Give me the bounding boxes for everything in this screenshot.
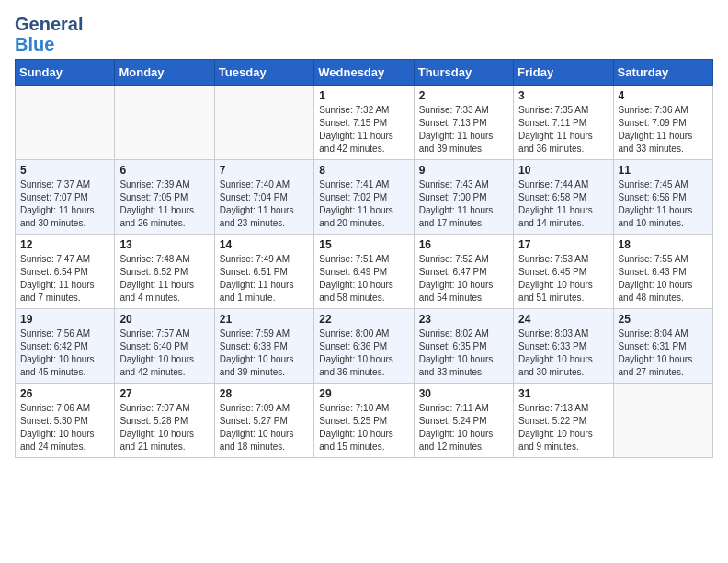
day-number: 10 (518, 164, 608, 177)
day-number: 16 (419, 238, 508, 251)
day-info: Sunrise: 7:11 AM Sunset: 5:24 PM Dayligh… (419, 402, 508, 454)
calendar-cell: 4Sunrise: 7:36 AM Sunset: 7:09 PM Daylig… (613, 86, 712, 160)
day-info: Sunrise: 7:57 AM Sunset: 6:40 PM Dayligh… (119, 327, 209, 379)
day-info: Sunrise: 7:59 AM Sunset: 6:38 PM Dayligh… (220, 327, 309, 379)
calendar-week-row: 5Sunrise: 7:37 AM Sunset: 7:07 PM Daylig… (16, 160, 713, 235)
day-number: 31 (518, 387, 608, 400)
page-header: General Blue (15, 15, 713, 48)
day-info: Sunrise: 7:53 AM Sunset: 6:45 PM Dayligh… (518, 253, 608, 304)
calendar-week-row: 26Sunrise: 7:06 AM Sunset: 5:30 PM Dayli… (16, 384, 713, 458)
calendar-cell: 17Sunrise: 7:53 AM Sunset: 6:45 PM Dayli… (514, 235, 613, 309)
day-number: 18 (619, 238, 708, 251)
weekday-header-sunday: Sunday (16, 60, 115, 86)
day-number: 8 (319, 164, 408, 177)
calendar-cell: 3Sunrise: 7:35 AM Sunset: 7:11 PM Daylig… (514, 86, 613, 160)
calendar-week-row: 12Sunrise: 7:47 AM Sunset: 6:54 PM Dayli… (16, 235, 713, 309)
calendar-cell (214, 86, 313, 160)
calendar-week-row: 19Sunrise: 7:56 AM Sunset: 6:42 PM Dayli… (16, 309, 713, 384)
calendar-cell: 7Sunrise: 7:40 AM Sunset: 7:04 PM Daylig… (214, 160, 313, 235)
weekday-header-monday: Monday (115, 60, 214, 86)
calendar-cell: 1Sunrise: 7:32 AM Sunset: 7:15 PM Daylig… (314, 86, 414, 160)
day-number: 5 (20, 164, 109, 177)
day-number: 13 (119, 238, 209, 251)
day-info: Sunrise: 7:44 AM Sunset: 6:58 PM Dayligh… (518, 178, 608, 230)
day-number: 9 (419, 164, 508, 177)
day-info: Sunrise: 7:32 AM Sunset: 7:15 PM Dayligh… (319, 104, 408, 155)
day-info: Sunrise: 7:33 AM Sunset: 7:13 PM Dayligh… (419, 104, 508, 155)
day-info: Sunrise: 7:43 AM Sunset: 7:00 PM Dayligh… (419, 178, 508, 230)
day-info: Sunrise: 7:35 AM Sunset: 7:11 PM Dayligh… (518, 104, 608, 155)
day-info: Sunrise: 7:40 AM Sunset: 7:04 PM Dayligh… (220, 178, 309, 230)
weekday-header-row: SundayMondayTuesdayWednesdayThursdayFrid… (16, 60, 713, 86)
day-number: 19 (20, 313, 109, 326)
day-info: Sunrise: 7:36 AM Sunset: 7:09 PM Dayligh… (619, 104, 708, 155)
day-info: Sunrise: 7:10 AM Sunset: 5:25 PM Dayligh… (319, 402, 408, 454)
calendar-cell: 22Sunrise: 8:00 AM Sunset: 6:36 PM Dayli… (314, 309, 414, 384)
day-number: 27 (119, 387, 209, 400)
calendar-cell: 26Sunrise: 7:06 AM Sunset: 5:30 PM Dayli… (16, 384, 115, 458)
calendar-cell: 19Sunrise: 7:56 AM Sunset: 6:42 PM Dayli… (16, 309, 115, 384)
day-number: 11 (619, 164, 708, 177)
calendar-cell: 18Sunrise: 7:55 AM Sunset: 6:43 PM Dayli… (613, 235, 712, 309)
day-number: 22 (319, 313, 408, 326)
day-number: 25 (619, 313, 708, 326)
day-number: 4 (619, 89, 708, 102)
day-info: Sunrise: 8:02 AM Sunset: 6:35 PM Dayligh… (419, 327, 508, 379)
day-number: 12 (20, 238, 109, 251)
day-number: 1 (319, 89, 408, 102)
day-number: 30 (419, 387, 508, 400)
day-info: Sunrise: 7:48 AM Sunset: 6:52 PM Dayligh… (119, 253, 209, 304)
day-info: Sunrise: 7:45 AM Sunset: 6:56 PM Dayligh… (619, 178, 708, 230)
calendar-cell: 14Sunrise: 7:49 AM Sunset: 6:51 PM Dayli… (214, 235, 313, 309)
calendar-cell: 11Sunrise: 7:45 AM Sunset: 6:56 PM Dayli… (613, 160, 712, 235)
day-number: 29 (319, 387, 408, 400)
day-info: Sunrise: 8:03 AM Sunset: 6:33 PM Dayligh… (518, 327, 608, 379)
day-number: 14 (220, 238, 309, 251)
weekday-header-thursday: Thursday (414, 60, 513, 86)
day-info: Sunrise: 7:56 AM Sunset: 6:42 PM Dayligh… (20, 327, 109, 379)
day-number: 21 (220, 313, 309, 326)
calendar-cell: 31Sunrise: 7:13 AM Sunset: 5:22 PM Dayli… (514, 384, 613, 458)
day-number: 17 (518, 238, 608, 251)
weekday-header-saturday: Saturday (613, 60, 712, 86)
day-info: Sunrise: 7:13 AM Sunset: 5:22 PM Dayligh… (518, 402, 608, 454)
day-number: 28 (220, 387, 309, 400)
day-number: 20 (119, 313, 209, 326)
day-number: 26 (20, 387, 109, 400)
calendar-week-row: 1Sunrise: 7:32 AM Sunset: 7:15 PM Daylig… (16, 86, 713, 160)
day-number: 7 (220, 164, 309, 177)
calendar-cell (613, 384, 712, 458)
calendar-cell: 12Sunrise: 7:47 AM Sunset: 6:54 PM Dayli… (16, 235, 115, 309)
calendar-cell: 2Sunrise: 7:33 AM Sunset: 7:13 PM Daylig… (414, 86, 513, 160)
calendar-cell: 30Sunrise: 7:11 AM Sunset: 5:24 PM Dayli… (414, 384, 513, 458)
calendar-cell: 16Sunrise: 7:52 AM Sunset: 6:47 PM Dayli… (414, 235, 513, 309)
day-info: Sunrise: 7:06 AM Sunset: 5:30 PM Dayligh… (20, 402, 109, 454)
weekday-header-friday: Friday (514, 60, 613, 86)
calendar-cell (115, 86, 214, 160)
day-info: Sunrise: 8:00 AM Sunset: 6:36 PM Dayligh… (319, 327, 408, 379)
day-info: Sunrise: 7:39 AM Sunset: 7:05 PM Dayligh… (119, 178, 209, 230)
day-info: Sunrise: 8:04 AM Sunset: 6:31 PM Dayligh… (619, 327, 708, 379)
calendar-cell: 5Sunrise: 7:37 AM Sunset: 7:07 PM Daylig… (16, 160, 115, 235)
day-info: Sunrise: 7:49 AM Sunset: 6:51 PM Dayligh… (220, 253, 309, 304)
day-info: Sunrise: 7:55 AM Sunset: 6:43 PM Dayligh… (619, 253, 708, 304)
day-info: Sunrise: 7:41 AM Sunset: 7:02 PM Dayligh… (319, 178, 408, 230)
calendar-cell: 29Sunrise: 7:10 AM Sunset: 5:25 PM Dayli… (314, 384, 414, 458)
day-number: 24 (518, 313, 608, 326)
calendar-cell (16, 86, 115, 160)
day-number: 15 (319, 238, 408, 251)
calendar-cell: 13Sunrise: 7:48 AM Sunset: 6:52 PM Dayli… (115, 235, 214, 309)
day-number: 3 (518, 89, 608, 102)
weekday-header-tuesday: Tuesday (214, 60, 313, 86)
day-info: Sunrise: 7:52 AM Sunset: 6:47 PM Dayligh… (419, 253, 508, 304)
day-info: Sunrise: 7:37 AM Sunset: 7:07 PM Dayligh… (20, 178, 109, 230)
calendar-cell: 28Sunrise: 7:09 AM Sunset: 5:27 PM Dayli… (214, 384, 313, 458)
weekday-header-wednesday: Wednesday (314, 60, 414, 86)
day-info: Sunrise: 7:51 AM Sunset: 6:49 PM Dayligh… (319, 253, 408, 304)
calendar-cell: 15Sunrise: 7:51 AM Sunset: 6:49 PM Dayli… (314, 235, 414, 309)
calendar-cell: 6Sunrise: 7:39 AM Sunset: 7:05 PM Daylig… (115, 160, 214, 235)
calendar-cell: 23Sunrise: 8:02 AM Sunset: 6:35 PM Dayli… (414, 309, 513, 384)
calendar-table: SundayMondayTuesdayWednesdayThursdayFrid… (15, 59, 713, 458)
calendar-cell: 27Sunrise: 7:07 AM Sunset: 5:28 PM Dayli… (115, 384, 214, 458)
calendar-cell: 8Sunrise: 7:41 AM Sunset: 7:02 PM Daylig… (314, 160, 414, 235)
